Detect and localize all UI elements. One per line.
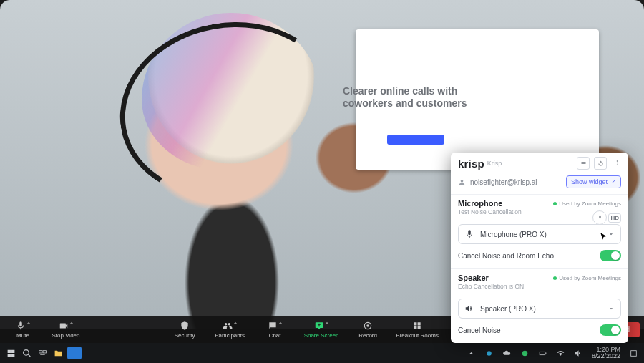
microphone-selected: Microphone (PRO X) xyxy=(480,231,547,238)
taskbar-date: 8/22/2022 xyxy=(592,353,620,359)
mic-icon xyxy=(464,229,474,239)
mic-quality-icon[interactable] xyxy=(592,210,607,225)
record-icon xyxy=(363,321,373,331)
krisp-more-icon[interactable] xyxy=(611,157,623,168)
cancel-noise-speaker-label: Cancel Noise xyxy=(458,326,500,334)
echo-hint: Echo Cancellation is ON xyxy=(458,283,621,290)
speaker-dropdown[interactable]: Speaker (PRO X) xyxy=(458,299,621,319)
tray-wifi-icon[interactable] xyxy=(553,345,569,361)
chevron-up-icon[interactable] xyxy=(26,321,31,325)
svg-point-2 xyxy=(616,164,618,165)
zoom-taskbar-icon[interactable] xyxy=(66,345,82,361)
hd-badge: HD xyxy=(608,213,621,223)
taskbar-clock[interactable]: 1:20 PM 8/22/2022 xyxy=(589,347,623,360)
krisp-logo: krisp xyxy=(458,158,484,170)
chevron-down-icon xyxy=(608,231,615,238)
mic-icon xyxy=(16,321,26,331)
share-icon xyxy=(314,321,324,331)
svg-point-0 xyxy=(616,160,618,162)
microphone-dropdown[interactable]: Microphone (PRO X) xyxy=(458,224,621,244)
explorer-icon[interactable] xyxy=(50,345,66,361)
shield-icon xyxy=(180,321,190,331)
krisp-refresh-icon[interactable] xyxy=(594,157,607,170)
tray-app-icon[interactable] xyxy=(482,345,497,361)
cancel-noise-mic-label: Cancel Noise and Room Echo xyxy=(458,252,554,260)
chevron-up-icon[interactable] xyxy=(233,321,238,325)
tray-chevron-icon[interactable] xyxy=(464,345,479,361)
headset-graphic xyxy=(106,6,351,216)
speaker-selected: Speaker (PRO X) xyxy=(480,305,536,313)
speaker-title: Speaker xyxy=(458,274,489,282)
speaker-used-by: Used by Zoom Meetings xyxy=(553,275,621,281)
krisp-settings-icon[interactable] xyxy=(577,157,590,170)
external-icon xyxy=(610,179,616,185)
windows-taskbar: 1:20 PM 8/22/2022 xyxy=(0,343,644,363)
speaker-icon xyxy=(464,304,474,314)
microphone-title: Microphone xyxy=(458,199,502,208)
background-screen-cta xyxy=(387,135,444,145)
svg-point-4 xyxy=(366,324,369,327)
people-icon xyxy=(223,321,233,331)
mute-button[interactable]: Mute xyxy=(4,317,42,342)
tray-krisp-icon[interactable] xyxy=(517,345,533,361)
participants-button[interactable]: Participants xyxy=(209,317,250,342)
chevron-up-icon[interactable] xyxy=(69,321,74,325)
krisp-widget: krisp Krisp noisefighter@krisp.ai Show w… xyxy=(451,153,628,343)
record-button[interactable]: Record xyxy=(349,317,386,342)
start-button[interactable] xyxy=(3,345,19,361)
svg-point-11 xyxy=(487,351,492,356)
share-screen-button[interactable]: Share Screen xyxy=(299,317,343,342)
video-icon xyxy=(59,321,69,331)
tray-volume-icon[interactable] xyxy=(571,345,587,361)
microphone-section: Microphone Used by Zoom Meetings Test No… xyxy=(451,194,628,268)
grid-icon xyxy=(412,321,422,331)
cancel-noise-mic-toggle[interactable] xyxy=(600,250,621,261)
krisp-subtitle: Krisp xyxy=(487,160,502,167)
speaker-section: Speaker Used by Zoom Meetings Echo Cance… xyxy=(451,268,628,343)
security-button[interactable]: Security xyxy=(166,317,203,342)
user-icon xyxy=(458,178,466,186)
chat-icon xyxy=(268,321,278,331)
chevron-up-icon[interactable] xyxy=(325,321,329,325)
stop-video-button[interactable]: Stop Video xyxy=(44,317,87,342)
notifications-icon[interactable] xyxy=(625,345,641,361)
svg-rect-9 xyxy=(43,350,46,352)
cancel-noise-speaker-toggle[interactable] xyxy=(600,324,621,336)
svg-rect-10 xyxy=(40,354,45,354)
krisp-user-email: noisefighter@krisp.ai xyxy=(470,178,562,186)
svg-rect-15 xyxy=(630,350,636,356)
svg-point-12 xyxy=(522,350,528,356)
tray-cloud-icon[interactable] xyxy=(499,345,515,361)
svg-rect-14 xyxy=(546,352,547,354)
svg-rect-13 xyxy=(540,352,546,354)
show-widget-button[interactable]: Show widget xyxy=(566,175,621,188)
svg-rect-8 xyxy=(39,350,42,352)
mic-used-by: Used by Zoom Meetings xyxy=(553,200,621,207)
chat-button[interactable]: Chat xyxy=(256,317,293,342)
task-view-icon[interactable] xyxy=(34,345,50,361)
chevron-down-icon xyxy=(608,305,615,312)
background-screen-text: Clearer online calls with coworkers and … xyxy=(343,85,470,110)
chevron-up-icon[interactable] xyxy=(278,321,283,325)
tray-battery-icon[interactable] xyxy=(535,345,551,361)
breakout-rooms-button[interactable]: Breakout Rooms xyxy=(392,317,442,342)
search-icon[interactable] xyxy=(19,345,34,361)
svg-point-1 xyxy=(616,162,618,163)
